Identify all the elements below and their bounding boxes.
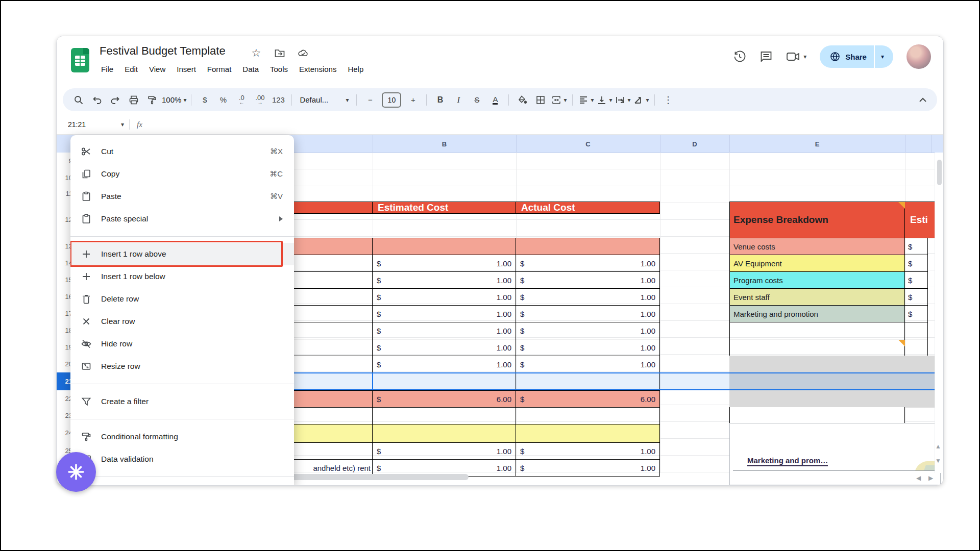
cell[interactable]: $1.00 xyxy=(516,459,660,477)
expense-name-cell[interactable]: AV Equipment xyxy=(729,255,905,272)
cell[interactable]: $1.00 xyxy=(516,288,660,306)
chart-series-label: Marketing and prom… xyxy=(747,456,828,466)
screenshot-root: { "titlebar": { "title": "Festival Budge… xyxy=(0,0,980,551)
cell[interactable]: $1.00 xyxy=(372,339,516,356)
chart-axis-line xyxy=(733,470,937,471)
cell[interactable]: $ xyxy=(904,305,928,322)
note-triangle-icon xyxy=(898,340,905,346)
menu-item-resize-row[interactable]: Resize row xyxy=(70,355,294,378)
cell[interactable]: $ xyxy=(904,255,928,272)
expense-name-cell[interactable]: Venue costs xyxy=(729,238,905,255)
cell[interactable] xyxy=(904,339,928,356)
menu-item-paste-special[interactable]: Paste special xyxy=(70,208,294,230)
assistant-fab-button[interactable] xyxy=(56,452,96,492)
menu-divider xyxy=(70,236,294,237)
cell[interactable]: $1.00 xyxy=(372,305,516,322)
expense-row: Event staff $ xyxy=(729,288,928,306)
estimated-cost-header[interactable]: Estimated Cost xyxy=(372,202,516,214)
menu-item-clear-row[interactable]: Clear row xyxy=(70,310,294,333)
menu-item-insert-row-below[interactable]: Insert 1 row below xyxy=(70,265,294,288)
cell[interactable] xyxy=(372,424,516,443)
cell[interactable]: $ xyxy=(904,288,928,306)
eye-off-icon xyxy=(81,338,92,349)
column-header-E[interactable]: E xyxy=(729,135,905,153)
expense-row: Program costs $ xyxy=(729,271,928,289)
sheets-window: Festival Budget Template ☆ File Edit Vie… xyxy=(56,36,944,486)
cell[interactable] xyxy=(516,238,660,255)
expense-row xyxy=(729,322,928,339)
selection-edge xyxy=(372,373,373,389)
clipboard-icon xyxy=(81,213,92,224)
expense-row: AV Equipment $ xyxy=(729,255,928,272)
expense-breakdown-header[interactable]: Expense Breakdown xyxy=(729,202,905,238)
copy-icon xyxy=(81,168,92,180)
cell[interactable]: $1.00 xyxy=(372,255,516,272)
actual-cost-header[interactable]: Actual Cost xyxy=(516,202,660,214)
vertical-scrollbar-thumb[interactable] xyxy=(937,160,942,185)
plus-icon xyxy=(81,248,92,260)
menu-item-paste[interactable]: Paste ⌘V xyxy=(70,185,294,208)
menu-item-view-more-row-actions[interactable]: View more row actions xyxy=(70,483,294,485)
expense-name-cell[interactable]: Marketing and promotion xyxy=(729,305,905,322)
expense-name-cell[interactable]: Program costs xyxy=(729,271,905,289)
column-header-C[interactable]: C xyxy=(516,135,660,153)
scroll-up-icon[interactable]: ▲ xyxy=(935,443,941,449)
cell[interactable] xyxy=(729,407,905,423)
scroll-left-icon[interactable]: ◀ xyxy=(916,475,921,481)
menu-item-copy[interactable]: Copy ⌘C xyxy=(70,163,294,185)
cell[interactable]: $1.00 xyxy=(372,288,516,306)
cell[interactable]: $1.00 xyxy=(516,271,660,289)
cell[interactable]: $6.00 xyxy=(516,390,660,408)
column-header-D[interactable]: D xyxy=(660,135,729,153)
cell[interactable]: $1.00 xyxy=(516,356,660,373)
cell[interactable] xyxy=(372,238,516,255)
cell[interactable]: $ xyxy=(904,271,928,289)
cell[interactable]: $ xyxy=(904,238,928,255)
expense-row: Venue costs $ xyxy=(729,238,928,255)
cell[interactable]: $1.00 xyxy=(516,322,660,339)
menu-item-insert-row-above[interactable]: Insert 1 row above xyxy=(70,243,294,265)
menu-divider xyxy=(70,477,294,477)
menu-divider xyxy=(70,384,294,384)
cell[interactable]: $1.00 xyxy=(372,442,516,460)
menu-item-create-filter[interactable]: Create a filter xyxy=(70,390,294,413)
resize-icon xyxy=(81,361,92,372)
menu-item-data-validation[interactable]: Data validation xyxy=(70,448,294,470)
cell[interactable]: $1.00 xyxy=(516,442,660,460)
scroll-down-icon[interactable]: ▼ xyxy=(935,458,941,464)
submenu-arrow-icon xyxy=(279,216,283,221)
scroll-right-icon[interactable]: ▶ xyxy=(928,475,933,481)
cell[interactable]: $6.00 xyxy=(372,390,516,408)
clipboard-icon xyxy=(81,191,92,202)
cell[interactable] xyxy=(516,424,660,443)
row-context-menu: Cut ⌘X Copy ⌘C Paste ⌘V Paste special xyxy=(70,135,294,485)
cell[interactable]: $1.00 xyxy=(372,356,516,373)
cell[interactable] xyxy=(516,407,660,424)
spark-icon xyxy=(66,462,86,482)
menu-item-cut[interactable]: Cut ⌘X xyxy=(70,140,294,163)
filter-icon xyxy=(81,396,92,407)
cell[interactable]: $1.00 xyxy=(372,271,516,289)
expense-name-cell[interactable]: Event staff xyxy=(729,288,905,306)
cell[interactable]: $1.00 xyxy=(372,322,516,339)
menu-item-delete-row[interactable]: Delete row xyxy=(70,288,294,310)
menu-item-hide-row[interactable]: Hide row xyxy=(70,333,294,355)
expense-row: Marketing and promotion $ xyxy=(729,305,928,322)
column-header-B[interactable]: B xyxy=(373,135,516,153)
expense-estimated-header[interactable]: Esti xyxy=(904,202,936,238)
note-triangle-icon xyxy=(898,202,905,209)
cell[interactable]: $1.00 xyxy=(516,255,660,272)
scissors-icon xyxy=(81,146,92,157)
cell[interactable]: $1.00 xyxy=(516,305,660,322)
embedded-chart[interactable]: Marketing and prom… xyxy=(729,423,941,485)
vertical-scrollbar[interactable] xyxy=(935,153,943,473)
trash-icon xyxy=(81,293,92,305)
plus-icon xyxy=(81,271,92,282)
cell[interactable] xyxy=(372,407,516,424)
menu-item-conditional-formatting[interactable]: Conditional formatting xyxy=(70,425,294,448)
cell[interactable] xyxy=(904,322,928,339)
cell[interactable]: $1.00 xyxy=(516,339,660,356)
menu-divider xyxy=(70,419,294,419)
cell[interactable] xyxy=(729,339,905,356)
cell[interactable] xyxy=(729,322,905,339)
